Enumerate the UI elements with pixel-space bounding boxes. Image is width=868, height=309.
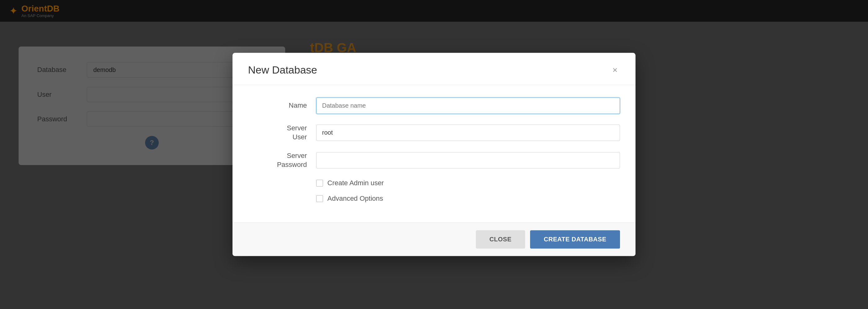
modal-footer: CLOSE CREATE DATABASE [232, 223, 636, 256]
create-admin-checkbox[interactable] [316, 180, 323, 187]
modal-header: New Database × [232, 53, 636, 85]
database-name-input[interactable] [316, 97, 620, 114]
name-label: Name [248, 102, 316, 110]
server-password-label: Server Password [248, 152, 316, 169]
name-row: Name [248, 97, 620, 114]
close-button[interactable]: CLOSE [476, 230, 525, 249]
advanced-options-label: Advanced Options [328, 195, 383, 203]
create-admin-label: Create Admin user [328, 179, 384, 187]
modal-title: New Database [248, 64, 317, 76]
server-user-input[interactable] [316, 124, 620, 141]
server-user-label: Server User [248, 124, 316, 141]
advanced-options-checkbox[interactable] [316, 195, 323, 202]
modal-body: Name Server User Server Password Create … [232, 85, 636, 222]
new-database-modal: New Database × Name Server User Server P… [232, 53, 636, 256]
server-user-row: Server User [248, 124, 620, 141]
advanced-options-row: Advanced Options [316, 195, 620, 203]
create-admin-row: Create Admin user [316, 179, 620, 187]
server-password-row: Server Password [248, 152, 620, 169]
modal-close-x-button[interactable]: × [610, 64, 620, 76]
create-database-button[interactable]: CREATE DATABASE [530, 230, 620, 249]
server-password-input[interactable] [316, 152, 620, 169]
